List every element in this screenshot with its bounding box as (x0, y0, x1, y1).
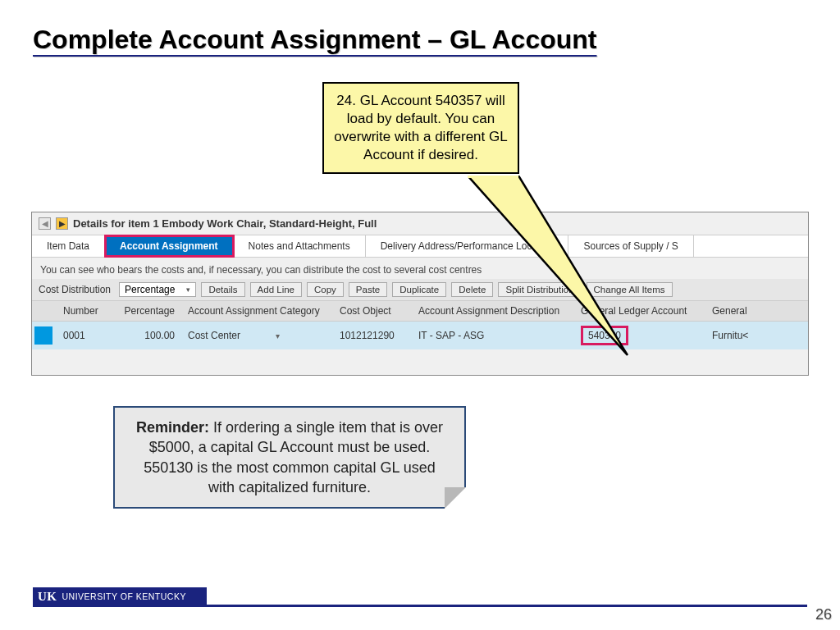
tab-account-assignment[interactable]: Account Assignment (105, 235, 234, 257)
col-category: Account Assignment Category (181, 301, 333, 321)
sap-header: ◀ ▶ Details for item 1 Embody Work Chair… (32, 212, 808, 235)
tab-notes-attachments[interactable]: Notes and Attachments (234, 235, 366, 257)
duplicate-button[interactable]: Duplicate (392, 282, 446, 297)
paste-button[interactable]: Paste (349, 282, 387, 297)
cost-distribution-label: Cost Distribution (39, 284, 111, 295)
copy-button[interactable]: Copy (307, 282, 344, 297)
tab-item-data[interactable]: Item Data (32, 235, 105, 257)
general-value: Furnitu< (705, 326, 808, 345)
prev-item-icon[interactable]: ◀ (39, 217, 51, 230)
grid-header: Number Percentage Account Assignment Cat… (32, 300, 808, 322)
sap-detail-panel: ◀ ▶ Details for item 1 Embody Work Chair… (31, 212, 809, 376)
reminder-label: Reminder: (136, 419, 209, 436)
uk-logo: UK UNIVERSITY OF KENTUCKY (33, 587, 207, 605)
col-cost-object: Cost Object (333, 301, 412, 321)
help-text: You can see who bears the costs and, if … (32, 258, 808, 279)
svg-rect-1 (468, 176, 518, 178)
cost-object-value[interactable]: 1012121290 (333, 326, 412, 345)
tab-row: Item Data Account Assignment Notes and A… (32, 235, 808, 258)
number-value[interactable]: 0001 (57, 326, 109, 345)
uk-logo-text: UNIVERSITY OF KENTUCKY (62, 591, 186, 601)
col-general: General (705, 301, 808, 321)
page-number: 26 (815, 606, 832, 623)
next-item-icon[interactable]: ▶ (56, 217, 68, 230)
toolbar: Cost Distribution Percentage Details Add… (32, 279, 808, 300)
footer-rule: UK UNIVERSITY OF KENTUCKY (33, 605, 807, 607)
svg-marker-0 (468, 176, 628, 355)
callout-box: 24. GL Account 540357 will load by defau… (322, 82, 519, 174)
uk-logo-mark: UK (38, 590, 57, 604)
details-button[interactable]: Details (201, 282, 244, 297)
add-line-button[interactable]: Add Line (250, 282, 302, 297)
page-curl-icon (445, 487, 466, 509)
reminder-box: Reminder: If ordering a single item that… (113, 406, 466, 509)
cost-distribution-select[interactable]: Percentage (119, 282, 196, 297)
item-header-text: Details for item 1 Embody Work Chair, St… (73, 217, 377, 230)
percentage-value: 100.00 (109, 326, 181, 345)
col-percentage: Percentage (109, 301, 181, 321)
table-row[interactable]: 0001 100.00 Cost Center 1012121290 IT - … (32, 322, 808, 349)
slide-title: Complete Account Assignment – GL Account (33, 25, 596, 55)
row-select-icon[interactable] (34, 326, 52, 345)
category-select[interactable]: Cost Center (181, 326, 333, 345)
col-number: Number (57, 301, 109, 321)
